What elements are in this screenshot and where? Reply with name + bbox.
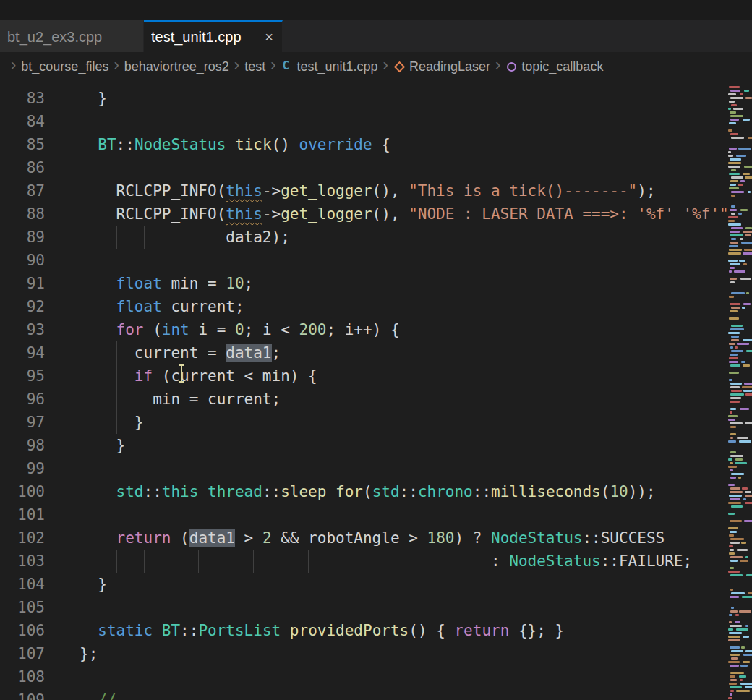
- code-line[interactable]: 96 min = current;: [0, 388, 752, 411]
- code-token: data1: [226, 344, 271, 362]
- minimap-line: [728, 458, 732, 461]
- minimap-line: [729, 173, 740, 175]
- code-token: ::SUCCESS: [582, 529, 665, 547]
- code-line[interactable]: 92 float current;: [0, 295, 752, 318]
- minimap-line: [735, 458, 743, 461]
- minimap[interactable]: [727, 81, 752, 700]
- code-line[interactable]: 89 data2);: [0, 226, 752, 249]
- line-number[interactable]: 100: [0, 480, 45, 503]
- minimap-line: [743, 252, 752, 255]
- code-line[interactable]: 87 RCLCPP_INFO(this->get_logger(), "This…: [0, 179, 752, 202]
- minimap-line: [748, 191, 751, 193]
- code-token: return: [454, 622, 509, 639]
- minimap-line: [729, 614, 732, 616]
- code-token: float: [116, 275, 162, 292]
- line-number[interactable]: 94: [0, 341, 45, 364]
- minimap-line: [730, 422, 743, 424]
- line-number[interactable]: 107: [0, 642, 45, 665]
- line-number[interactable]: 105: [0, 596, 45, 619]
- line-number[interactable]: 102: [0, 526, 45, 550]
- minimap-line: [745, 495, 752, 497]
- minimap-line: [728, 166, 740, 168]
- code-line[interactable]: 104 }: [0, 573, 752, 596]
- code-line[interactable]: 85 BT::NodeStatus tick() override {: [0, 133, 752, 156]
- code-line[interactable]: 94 current = data1;: [0, 341, 752, 364]
- line-number[interactable]: 97: [0, 411, 45, 434]
- breadcrumb-item[interactable]: behaviortree_ros2: [124, 59, 229, 74]
- line-number[interactable]: 101: [0, 503, 45, 526]
- code-text: };: [45, 642, 752, 665]
- code-token: //--------------------------------------…: [80, 691, 752, 700]
- code-token: current;: [162, 298, 244, 315]
- line-number[interactable]: 106: [0, 619, 45, 642]
- line-number[interactable]: 109: [0, 688, 45, 700]
- code-line[interactable]: 84: [0, 110, 752, 133]
- code-line[interactable]: 101: [0, 503, 752, 526]
- code-line[interactable]: 99: [0, 457, 752, 480]
- indent-guide: [308, 550, 309, 573]
- line-number[interactable]: 96: [0, 388, 45, 411]
- code-line[interactable]: 102 return (data1 > 2 && robotAngle > 18…: [0, 526, 752, 550]
- line-number[interactable]: 84: [0, 110, 45, 133]
- line-number[interactable]: 108: [0, 665, 45, 688]
- minimap-line: [739, 675, 746, 678]
- code-line[interactable]: 97 }: [0, 411, 752, 434]
- breadcrumb-item[interactable]: test_unit1.cpp: [297, 59, 378, 74]
- code-line[interactable]: 108: [0, 665, 752, 688]
- code-line[interactable]: 93 for (int i = 0; i < 200; i++) {: [0, 318, 752, 341]
- code-line[interactable]: 107};: [0, 642, 752, 665]
- line-number[interactable]: 95: [0, 364, 45, 388]
- breadcrumb-item[interactable]: test: [244, 59, 265, 74]
- tab-bt_u2_ex3.cpp[interactable]: bt_u2_ex3.cpp: [0, 20, 144, 52]
- line-number[interactable]: 91: [0, 272, 45, 295]
- code-line[interactable]: 86: [0, 156, 752, 179]
- code-line[interactable]: 103 : NodeStatus::FAILURE;: [0, 550, 752, 573]
- code-line[interactable]: 100 std::this_thread::sleep_for(std::chr…: [0, 480, 752, 503]
- code-line[interactable]: 90: [0, 249, 752, 272]
- line-number[interactable]: 88: [0, 202, 45, 226]
- breadcrumb-item[interactable]: bt_course_files: [21, 59, 108, 74]
- code-line[interactable]: 109 //----------------------------------…: [0, 688, 752, 700]
- line-number[interactable]: 83: [0, 87, 45, 110]
- line-number[interactable]: 104: [0, 573, 45, 596]
- minimap-line: [728, 419, 735, 421]
- code-line[interactable]: 98 }: [0, 434, 752, 457]
- line-number[interactable]: 98: [0, 434, 45, 457]
- minimap-line: [735, 621, 740, 623]
- minimap-line: [745, 491, 751, 493]
- minimap-line: [729, 545, 733, 547]
- code-token: NodeStatus: [509, 552, 600, 570]
- line-number[interactable]: 85: [0, 133, 45, 156]
- close-icon[interactable]: ×: [265, 29, 273, 46]
- line-number[interactable]: 86: [0, 156, 45, 179]
- breadcrumb-item[interactable]: topic_callback: [521, 59, 603, 74]
- code-line[interactable]: 105: [0, 596, 752, 619]
- line-number[interactable]: 87: [0, 179, 45, 202]
- line-number[interactable]: 103: [0, 550, 45, 573]
- tab-test_unit1.cpp[interactable]: test_unit1.cpp×: [144, 20, 283, 52]
- code-line[interactable]: 91 float min = 10;: [0, 272, 752, 295]
- minimap-line: [745, 502, 752, 504]
- code-token: override: [299, 136, 372, 153]
- code-line[interactable]: 83 }: [0, 87, 752, 110]
- code-line[interactable]: 106 static BT::PortsList providedPorts()…: [0, 619, 752, 642]
- code-token: ; i <: [244, 321, 299, 338]
- breadcrumb-item[interactable]: ReadingLaser: [409, 59, 490, 74]
- editor[interactable]: 83 }8485 BT::NodeStatus tick() override …: [0, 81, 752, 700]
- minimap-line: [744, 520, 752, 522]
- minimap-line: [729, 372, 739, 374]
- code-line[interactable]: 88 RCLCPP_INFO(this->get_logger(), "NODE…: [0, 202, 752, 226]
- code-line[interactable]: 95 if (current < min) {: [0, 364, 752, 388]
- minimap-line: [730, 115, 743, 117]
- code-token: data1: [189, 529, 235, 547]
- code-text: data2);: [45, 226, 752, 249]
- line-number[interactable]: 89: [0, 226, 45, 249]
- code-token: std: [372, 483, 400, 500]
- line-number[interactable]: 93: [0, 318, 45, 341]
- line-number[interactable]: 90: [0, 249, 45, 272]
- code-token: }: [80, 414, 144, 431]
- line-number[interactable]: 99: [0, 457, 45, 480]
- line-number[interactable]: 92: [0, 295, 45, 318]
- minimap-line: [740, 93, 743, 95]
- minimap-line: [729, 86, 740, 88]
